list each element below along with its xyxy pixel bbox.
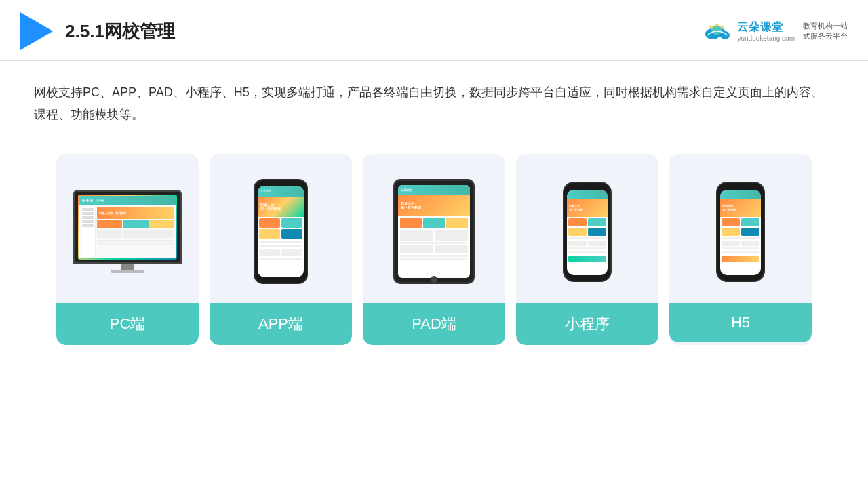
pad-image-area: 云朵课堂 职途人的第一堂判断课 bbox=[363, 154, 505, 303]
pad-card: 云朵课堂 职途人的第一堂判断课 bbox=[363, 154, 505, 345]
h5-label: H5 bbox=[669, 303, 812, 342]
h5-image-area: 职途人的第一堂判断 bbox=[669, 154, 812, 303]
brand-name: 云朵课堂 bbox=[737, 20, 783, 35]
brand-slogan: 教育机构一站式服务云平台 bbox=[803, 21, 848, 42]
brand-logo bbox=[702, 20, 732, 42]
app-label: APP端 bbox=[210, 303, 352, 345]
logo-triangle-icon bbox=[20, 12, 53, 50]
cloud-icon bbox=[702, 20, 732, 42]
svg-point-6 bbox=[721, 26, 724, 29]
svg-point-5 bbox=[715, 24, 719, 27]
pc-card: 云朵课堂 bbox=[56, 154, 199, 345]
cards-container: 云朵课堂 bbox=[0, 140, 868, 359]
miniapp-card: 职途人的第一堂判断 bbox=[516, 154, 658, 345]
description-paragraph: 网校支持PC、APP、PAD、小程序、H5，实现多端打通，产品各终端自由切换，数… bbox=[34, 81, 834, 127]
pc-label: PC端 bbox=[56, 303, 199, 345]
brand-text-block: 云朵课堂 yunduoketang.com bbox=[737, 20, 795, 42]
pc-image-area: 云朵课堂 bbox=[56, 154, 199, 303]
miniapp-image-area: 职途人的第一堂判断 bbox=[516, 154, 658, 303]
pc-monitor-icon: 云朵课堂 bbox=[73, 190, 182, 273]
app-phone-icon: 云朵课堂 职途人的第一堂判断课 bbox=[254, 179, 308, 284]
pad-tablet-icon: 云朵课堂 职途人的第一堂判断课 bbox=[393, 179, 475, 284]
h5-phone-icon: 职途人的第一堂判断 bbox=[716, 182, 765, 282]
header-left: 2.5.1网校管理 bbox=[20, 12, 175, 50]
pad-label: PAD端 bbox=[363, 303, 505, 345]
svg-point-4 bbox=[710, 26, 713, 29]
header: 2.5.1网校管理 云朵课堂 yunduoketang.com 教育机构一站式服… bbox=[0, 0, 868, 61]
app-card: 云朵课堂 职途人的第一堂判断课 bbox=[210, 154, 352, 345]
h5-card: 职途人的第一堂判断 bbox=[669, 154, 812, 345]
miniapp-phone-icon: 职途人的第一堂判断 bbox=[563, 182, 612, 282]
app-image-area: 云朵课堂 职途人的第一堂判断课 bbox=[210, 154, 352, 303]
page-title: 2.5.1网校管理 bbox=[65, 20, 175, 43]
miniapp-label: 小程序 bbox=[516, 303, 658, 345]
header-right: 云朵课堂 yunduoketang.com 教育机构一站式服务云平台 bbox=[702, 20, 848, 42]
brand-url: yunduoketang.com bbox=[737, 35, 795, 42]
description-text: 网校支持PC、APP、PAD、小程序、H5，实现多端打通，产品各终端自由切换，数… bbox=[0, 61, 868, 134]
